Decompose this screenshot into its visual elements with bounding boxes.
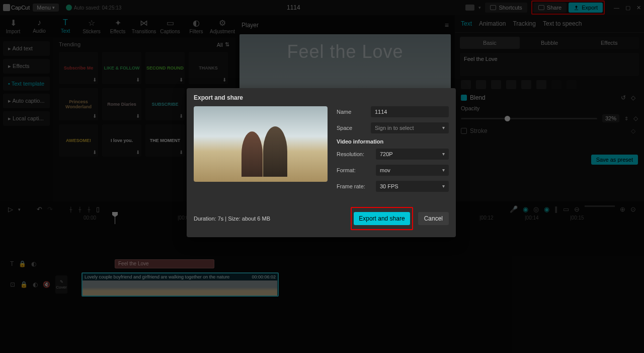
format-label: Format:: [337, 167, 372, 173]
cancel-button[interactable]: Cancel: [418, 212, 449, 225]
space-select[interactable]: Sign in to select: [371, 122, 449, 133]
name-label: Name: [337, 109, 367, 115]
space-label: Space: [337, 125, 367, 131]
video-info-heading: Video information: [337, 138, 449, 145]
name-input[interactable]: 1114: [371, 106, 449, 117]
duration-label: Duration: 7s | Size: about 6 MB: [194, 216, 270, 222]
resolution-select[interactable]: 720P: [376, 149, 449, 160]
export-button-highlight: Export and share: [351, 207, 413, 230]
framerate-select[interactable]: 30 FPS: [376, 181, 449, 192]
export-modal: Export and share Name 1114 Space Sign in…: [187, 88, 456, 237]
resolution-label: Resolution:: [337, 151, 372, 157]
export-and-share-button[interactable]: Export and share: [354, 212, 410, 225]
format-select[interactable]: mov: [376, 165, 449, 176]
framerate-label: Frame rate:: [337, 183, 372, 189]
export-preview-thumbnail: [194, 106, 328, 182]
modal-title: Export and share: [194, 94, 449, 101]
